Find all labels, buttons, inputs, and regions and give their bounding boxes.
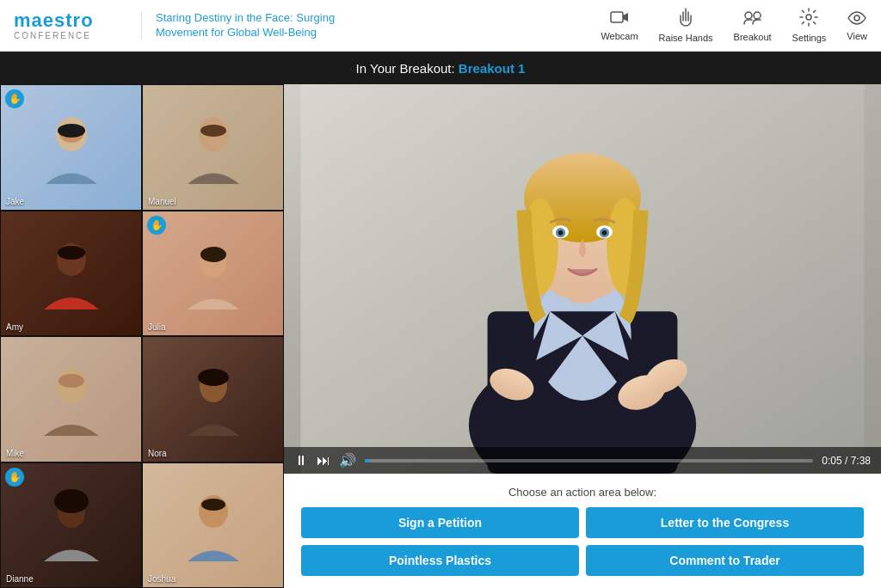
letter-congress-button[interactable]: Letter to the Congress [586, 507, 864, 538]
next-frame-button[interactable]: ⏭ [317, 453, 330, 469]
participant-video-amy [1, 211, 141, 336]
dianne-avatar [37, 484, 106, 566]
logo-area: maestro CONFERENCE [14, 10, 134, 40]
participant-tile: ✋ Jake [0, 84, 142, 211]
hand-raised-badge: ✋ [147, 216, 166, 235]
title-line2: Movement for Global Well-Being [156, 26, 317, 39]
participant-tile: Nora [142, 336, 284, 462]
pointless-plastics-button[interactable]: Pointless Plastics [301, 545, 579, 576]
raise-hands-icon [678, 8, 693, 31]
header-controls: Webcam Raise Hands Breakout Settings Vie… [601, 8, 867, 43]
breakout-prefix: In Your Breakout: [356, 61, 455, 76]
participant-name-nora: Nora [148, 449, 167, 458]
volume-button[interactable]: 🔊 [339, 452, 356, 469]
participant-tile: Manuel [142, 84, 284, 211]
breakout-icon [743, 9, 762, 30]
action-area: Choose an action area below: Sign a Peti… [284, 474, 881, 588]
participant-video-nora [143, 337, 283, 462]
webcam-label: Webcam [601, 31, 638, 41]
action-buttons: Sign a Petition Letter to the Congress P… [301, 507, 864, 576]
header: maestro CONFERENCE Staring Destiny in th… [0, 0, 881, 52]
participant-name-dianne: Dianne [6, 574, 34, 584]
sign-petition-button[interactable]: Sign a Petition [301, 507, 579, 538]
svg-point-14 [200, 247, 226, 262]
participant-name-manuel: Manuel [148, 197, 176, 206]
hand-raised-badge: ✋ [5, 89, 24, 108]
participant-name-joshua: Joshua [148, 574, 176, 584]
svg-rect-0 [611, 12, 623, 22]
video-controls: ⏸ ⏭ 🔊 0:05 / 7:38 [284, 447, 881, 474]
nora-avatar [179, 358, 248, 440]
logo-conference-text: CONFERENCE [14, 31, 94, 40]
participant-video-mike [1, 337, 141, 462]
webcam-button[interactable]: Webcam [601, 9, 638, 41]
svg-point-36 [558, 230, 564, 236]
view-label: View [847, 31, 867, 41]
participant-tile: ✋ Dianne [0, 462, 142, 589]
participant-video-joshua [143, 463, 283, 588]
hand-raised-badge: ✋ [5, 468, 24, 487]
amy-avatar [37, 232, 106, 314]
participant-name-julia: Julia [148, 322, 166, 332]
svg-point-4 [806, 15, 811, 20]
svg-point-10 [200, 125, 226, 137]
breakout-button[interactable]: Breakout [734, 9, 772, 42]
presenter-background [284, 84, 881, 474]
svg-point-12 [58, 246, 85, 260]
manuel-avatar [179, 107, 248, 188]
pause-button[interactable]: ⏸ [294, 453, 308, 469]
participant-name-mike: Mike [6, 449, 24, 458]
participant-name-amy: Amy [6, 322, 23, 332]
participant-video-manuel [143, 85, 283, 210]
raise-hands-button[interactable]: Raise Hands [659, 8, 713, 43]
progress-fill [365, 459, 370, 462]
settings-icon [799, 8, 818, 31]
settings-button[interactable]: Settings [792, 8, 827, 43]
title-line1: Staring Destiny in the Face: Surging [156, 11, 335, 24]
svg-point-3 [754, 12, 761, 19]
svg-point-20 [54, 489, 89, 513]
webcam-icon [610, 9, 629, 29]
svg-point-2 [745, 12, 752, 19]
svg-point-22 [201, 499, 225, 511]
action-area-label: Choose an action area below: [301, 486, 864, 499]
participant-name-jake: Jake [6, 197, 24, 206]
logo-maestro-text: maestro [14, 10, 94, 31]
participants-grid: ✋ Jake Manuel Amy [0, 84, 284, 588]
jake-avatar [37, 107, 106, 188]
time-display: 0:05 / 7:38 [822, 455, 871, 467]
svg-point-8 [58, 124, 85, 138]
svg-point-37 [602, 230, 607, 236]
raise-hands-label: Raise Hands [659, 33, 713, 43]
session-title: Staring Destiny in the Face: Surging Mov… [141, 11, 601, 40]
svg-point-5 [854, 15, 859, 21]
logo: maestro CONFERENCE [14, 10, 94, 40]
presenter-svg [284, 84, 881, 474]
video-area: ⏸ ⏭ 🔊 0:05 / 7:38 [284, 84, 881, 474]
mike-avatar [37, 358, 106, 440]
breakout-label: Breakout [734, 32, 772, 42]
progress-bar[interactable] [365, 459, 813, 462]
joshua-avatar [179, 484, 248, 566]
right-panel: ⏸ ⏭ 🔊 0:05 / 7:38 Choose an action area … [284, 84, 881, 588]
view-icon [847, 9, 866, 29]
participant-tile: Mike [0, 336, 142, 462]
view-button[interactable]: View [847, 9, 867, 41]
julia-avatar [179, 232, 248, 314]
main-content: ✋ Jake Manuel Amy [0, 84, 881, 588]
comment-trader-button[interactable]: Comment to Trader [586, 545, 864, 576]
svg-point-16 [59, 374, 84, 388]
participant-tile: Amy [0, 211, 142, 337]
settings-label: Settings [792, 33, 827, 43]
participant-tile: Joshua [142, 462, 284, 589]
participant-tile: ✋ Julia [142, 211, 284, 337]
breakout-name: Breakout 1 [459, 61, 526, 76]
breakout-bar: In Your Breakout: Breakout 1 [0, 52, 881, 84]
svg-point-18 [198, 369, 229, 386]
svg-marker-1 [623, 13, 628, 21]
